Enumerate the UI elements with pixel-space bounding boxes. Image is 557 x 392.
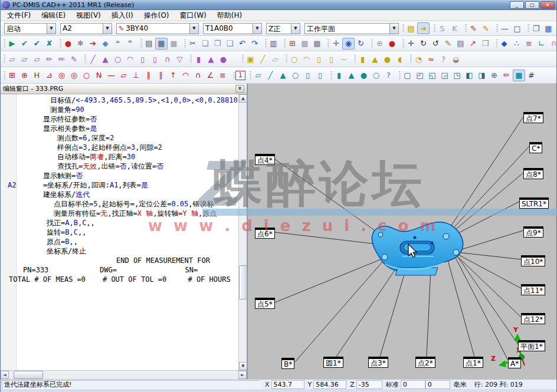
angle-point-icon[interactable]: ✏ (55, 53, 68, 65)
comment-shape-icon[interactable]: ◆ (99, 38, 112, 50)
rotate-3d-icon[interactable]: ↺ (430, 38, 442, 50)
gage-dial-icon[interactable]: ◔ (412, 53, 425, 65)
view-back-icon[interactable]: ◱ (426, 70, 438, 81)
vector-point-icon[interactable]: ▱ (18, 53, 31, 65)
cancel-verify-icon[interactable]: ✘ (43, 38, 55, 50)
constructed-line-icon[interactable]: ╱ (264, 70, 277, 81)
dim-runout-icon[interactable]: N (93, 70, 105, 81)
menu-item-3[interactable]: 插入(I) (106, 10, 139, 21)
horizontal-scrollbar[interactable]: ◄ ► (1, 370, 247, 379)
feature-label-17[interactable]: 平面1* (518, 340, 545, 351)
constructed-generic-icon[interactable]: ? (382, 70, 395, 81)
summary-mode-icon[interactable]: ▤ (143, 38, 155, 50)
menu-item-6[interactable]: 帮助(H) (212, 10, 247, 21)
execute-program-icon[interactable]: ▶ (6, 38, 18, 50)
close-button[interactable]: ✕ (540, 1, 555, 9)
auto-cylinder-icon[interactable]: ▮ (356, 53, 369, 65)
axes-icon[interactable]: ∟ (535, 38, 548, 50)
probe-readout-icon[interactable]: ▤ (405, 22, 417, 34)
undo-icon[interactable]: ↶ (236, 38, 248, 50)
combo-execution-mode[interactable]: 启动▼ (4, 23, 56, 34)
comment-closed-icon[interactable]: ❞ (124, 38, 136, 50)
rect-select-icon[interactable]: □ (511, 22, 523, 34)
feature-id-toggle-icon[interactable]: 1 (235, 71, 245, 80)
auto-point-icon[interactable]: ▣ (244, 53, 257, 65)
dim-parallelism-icon[interactable]: ∥ (142, 70, 155, 81)
auto-round-slot-icon[interactable]: ▯ (313, 53, 325, 65)
combo-execution-mode-dropdown-icon[interactable]: ▼ (47, 24, 55, 34)
window-layout-icon[interactable]: ❐ (530, 22, 542, 34)
paste-icon[interactable]: ❐ (211, 38, 224, 50)
probe-on-plane-icon[interactable]: ✏ (500, 70, 513, 81)
magnet-snap-icon[interactable]: ∩ (548, 38, 557, 50)
combo-workplane-axis-dropdown-icon[interactable]: ▼ (291, 24, 300, 34)
rotate-mode-icon[interactable]: ◉ (342, 38, 355, 50)
feature-label-3[interactable]: B* (281, 358, 294, 369)
corner-point-icon[interactable]: ✎ (68, 53, 80, 65)
auto-curve-icon[interactable]: ~ (338, 53, 350, 65)
dim-flatness-icon[interactable]: ▱ (117, 70, 130, 81)
cap-tool-icon[interactable]: ◒ (450, 53, 462, 65)
rotate-2d-icon[interactable]: ↻ (355, 38, 367, 50)
dim-straightness-icon[interactable]: — (105, 70, 117, 81)
machine-options-icon[interactable]: ✱ (74, 38, 87, 50)
measured-cone-icon[interactable]: ▲ (205, 53, 217, 65)
execute-next-icon[interactable]: ➔ (417, 22, 430, 34)
edit-window-close-icon[interactable]: ✕ (235, 85, 244, 93)
edit-markup-pen-alt-icon[interactable]: ✎ (480, 22, 492, 34)
measured-plane-icon[interactable]: ▲ (99, 53, 112, 65)
program-code-editor[interactable]: 目标值/<-493.3,465.5,89.5>,<1,0,0>,<0,0.288… (1, 94, 238, 370)
measured-square-slot-icon[interactable]: ▯ (149, 53, 161, 65)
constructed-cone-icon[interactable]: ▲ (345, 70, 358, 81)
view-bottom-icon[interactable]: ◨ (476, 70, 488, 81)
command-mode-icon[interactable]: ▦ (155, 38, 168, 50)
constructed-round-slot-icon[interactable]: ▯ (302, 70, 314, 81)
dmis-mode-icon[interactable]: ■ (168, 38, 180, 50)
menu-item-1[interactable]: 编辑(E) (36, 10, 71, 21)
constructed-torus-icon[interactable]: ○ (370, 70, 382, 81)
grid-toggle-icon[interactable]: # (525, 70, 538, 81)
feature-label-7[interactable]: 点1* (463, 357, 483, 368)
constructed-square-slot-icon[interactable]: ▯ (314, 70, 326, 81)
combo-alignment-dropdown-icon[interactable]: ▼ (103, 24, 112, 34)
measured-ellipse-icon[interactable]: ◠ (124, 53, 136, 65)
dim-distance-icon[interactable]: H (31, 70, 43, 81)
combo-probe-file[interactable]: ✎3BY40▼ (116, 23, 199, 34)
scroll-down-icon[interactable]: ▼ (239, 362, 247, 370)
dim-profile-line-icon[interactable]: ∥ (155, 70, 167, 81)
feature-label-2[interactable]: 点5* (255, 298, 275, 309)
select-box-icon[interactable]: ❒ (479, 38, 492, 50)
menu-item-0[interactable]: 文件(F) (2, 10, 36, 21)
feature-label-6[interactable]: 点2* (415, 357, 435, 368)
scan-curve-icon[interactable]: S (436, 22, 448, 34)
scroll-right-icon[interactable]: ► (238, 371, 247, 379)
measured-polygon-icon[interactable]: ▽ (173, 53, 186, 65)
feature-label-0[interactable]: 点4* (255, 154, 275, 165)
dim-true-position-icon[interactable]: ⊕ (18, 70, 31, 81)
auto-surface-icon[interactable]: ◖ (394, 53, 406, 65)
combo-alignment[interactable]: A2▼ (60, 23, 112, 34)
line-tool-icon[interactable]: — (499, 22, 511, 34)
combo-workplane-dropdown-icon[interactable]: ▼ (389, 24, 398, 34)
view-sphere-icon[interactable]: ⊕ (488, 70, 500, 81)
probe-vector-icon[interactable]: ↗ (467, 38, 479, 50)
feature-label-9[interactable]: 点7* (523, 112, 543, 123)
ball-tool-icon[interactable]: ● (386, 38, 398, 50)
constructed-point-icon[interactable]: ▱ (252, 70, 264, 81)
redo-icon[interactable]: ↷ (248, 38, 261, 50)
sphere-view-icon[interactable]: ⊕ (373, 38, 386, 50)
scroll-up-icon[interactable]: ▲ (239, 94, 247, 103)
view-right-icon[interactable]: ◳ (451, 70, 463, 81)
dim-angle-between-icon[interactable]: ∠ (204, 70, 217, 81)
point-cloud-icon[interactable]: ∴ (510, 38, 523, 50)
edge-point-icon[interactable]: ✏ (43, 53, 55, 65)
graphic-view[interactable]: Y Z X 点4*点6*点5*B*圆1*点3*点2*点1*A*点7*C*点8*S… (248, 84, 556, 379)
feature-label-10[interactable]: C* (529, 142, 542, 153)
combo-workplane-axis[interactable]: Z正▼ (266, 23, 300, 34)
maximize-button[interactable]: □ (525, 1, 539, 9)
constructed-sphere-icon[interactable]: ● (358, 70, 370, 81)
constructed-cylinder-icon[interactable]: ▮ (333, 70, 345, 81)
dim-roundness-icon[interactable]: ○ (80, 70, 93, 81)
combo-workplane[interactable]: 工作平面▼ (304, 23, 399, 34)
comment-open-icon[interactable]: ❝ (112, 38, 124, 50)
